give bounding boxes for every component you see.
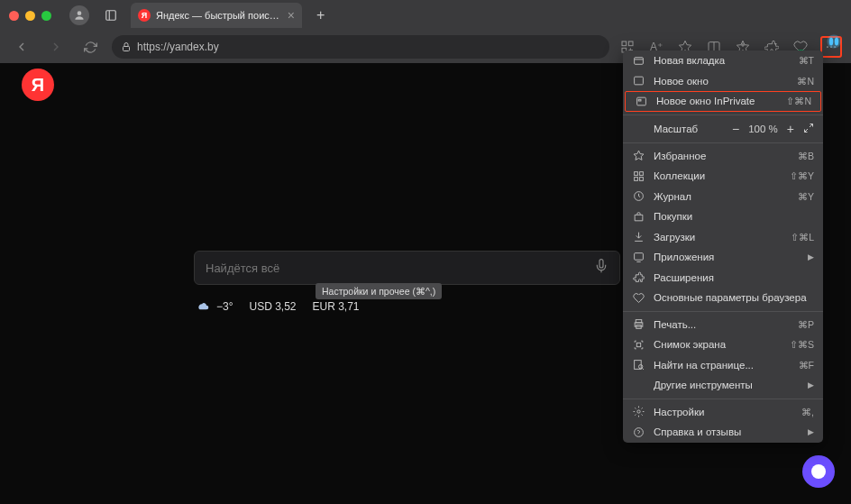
tab-close-icon[interactable]: × xyxy=(288,8,295,23)
svg-marker-25 xyxy=(634,151,644,160)
svg-point-0 xyxy=(78,11,82,15)
tab-favicon: Я xyxy=(138,9,151,22)
menu-new-window[interactable]: Новое окно ⌘N xyxy=(623,71,823,92)
gear-icon xyxy=(632,406,645,417)
svg-rect-4 xyxy=(622,41,627,46)
menu-shopping[interactable]: Покупки xyxy=(623,206,823,227)
svg-rect-22 xyxy=(638,99,641,101)
maximize-window[interactable] xyxy=(41,11,51,21)
svg-rect-1 xyxy=(106,11,116,21)
menu-separator xyxy=(623,399,823,399)
lock-icon xyxy=(121,41,132,52)
menu-downloads[interactable]: Загрузки ⇧⌘L xyxy=(623,227,823,248)
find-icon xyxy=(632,359,645,371)
menu-separator xyxy=(623,142,823,143)
fullscreen-button[interactable] xyxy=(803,122,814,136)
svg-rect-18 xyxy=(634,57,643,64)
titlebar: Я Яндекс — быстрый поиск в и × + xyxy=(0,0,851,31)
forward-button[interactable] xyxy=(43,34,69,60)
temperature: −3° xyxy=(216,300,233,313)
menu-print[interactable]: Печать... ⌘P xyxy=(623,315,823,335)
heart-icon xyxy=(632,292,645,304)
svg-rect-29 xyxy=(639,177,643,180)
menu-collections[interactable]: Коллекции ⇧⌘Y xyxy=(623,166,823,187)
menu-screenshot[interactable]: Снимок экрана ⇧⌘S xyxy=(623,334,823,355)
url-field[interactable]: https://yandex.by xyxy=(112,35,609,59)
tab-title: Яндекс — быстрый поиск в и xyxy=(156,10,282,21)
svg-rect-36 xyxy=(636,343,640,346)
browser-menu: Новая вкладка ⌘T Новое окно ⌘N Новое окн… xyxy=(623,50,823,443)
minimize-window[interactable] xyxy=(25,11,35,21)
svg-rect-20 xyxy=(634,77,643,85)
menu-new-inprivate[interactable]: Новое окно InPrivate ⇧⌘N xyxy=(625,91,821,112)
new-tab-icon xyxy=(632,55,645,67)
menu-find[interactable]: Найти на странице... ⌘F xyxy=(623,355,823,376)
help-icon xyxy=(632,426,645,438)
new-tab-button[interactable]: + xyxy=(316,7,325,23)
svg-rect-5 xyxy=(628,41,633,46)
tab-actions-icon[interactable] xyxy=(100,5,122,26)
search-input[interactable] xyxy=(206,261,594,275)
yandex-logo[interactable]: Я xyxy=(22,69,54,101)
close-window[interactable] xyxy=(9,11,19,21)
tooltip: Настройки и прочее (⌘^,) xyxy=(316,283,442,299)
svg-line-23 xyxy=(810,124,813,127)
back-button[interactable] xyxy=(9,34,34,60)
svg-rect-28 xyxy=(634,177,637,180)
puzzle-icon xyxy=(632,271,645,283)
svg-point-38 xyxy=(638,365,642,369)
menu-separator xyxy=(623,115,823,115)
chevron-right-icon: ▶ xyxy=(808,252,814,261)
chevron-right-icon: ▶ xyxy=(808,380,814,389)
chevron-right-icon: ▶ xyxy=(808,427,814,436)
zoom-out-button[interactable]: − xyxy=(732,122,739,136)
info-row: −3° USD 3,52 EUR 3,71 xyxy=(194,299,620,314)
search-area: −3° USD 3,52 EUR 3,71 xyxy=(194,251,620,314)
alice-icon xyxy=(811,464,826,479)
zoom-value: 100 % xyxy=(748,124,778,134)
menu-extensions[interactable]: Расширения xyxy=(623,268,823,289)
svg-point-41 xyxy=(634,427,643,436)
eur-rate[interactable]: EUR 3,71 xyxy=(313,300,360,313)
star-icon xyxy=(632,150,645,161)
menu-settings[interactable]: Настройки ⌘, xyxy=(623,402,823,423)
menu-more-tools[interactable]: Другие инструменты ▶ xyxy=(623,375,823,396)
svg-rect-26 xyxy=(634,171,637,175)
svg-point-40 xyxy=(636,410,639,413)
menu-zoom: Масштаб − 100 % + xyxy=(623,118,823,140)
svg-line-24 xyxy=(805,129,809,133)
shopping-icon xyxy=(632,211,645,223)
history-icon xyxy=(632,190,645,202)
svg-rect-21 xyxy=(636,97,645,105)
profile-avatar[interactable] xyxy=(69,5,89,25)
menu-separator xyxy=(623,311,823,312)
usd-rate[interactable]: USD 3,52 xyxy=(249,300,296,313)
zoom-in-button[interactable]: + xyxy=(787,122,794,136)
cloud-icon xyxy=(194,299,212,314)
search-box[interactable] xyxy=(194,251,620,285)
copilot-icon[interactable] xyxy=(824,32,844,51)
download-icon xyxy=(632,231,645,243)
svg-rect-3 xyxy=(124,47,130,51)
svg-line-39 xyxy=(642,369,644,371)
menu-apps[interactable]: Приложения ▶ xyxy=(623,247,823,268)
menu-new-tab[interactable]: Новая вкладка ⌘T xyxy=(623,50,823,71)
browser-tab[interactable]: Я Яндекс — быстрый поиск в и × xyxy=(131,3,302,28)
alice-assistant-button[interactable] xyxy=(802,455,835,488)
inprivate-icon xyxy=(635,96,647,107)
weather-widget[interactable]: −3° xyxy=(194,299,233,314)
svg-rect-31 xyxy=(634,252,643,260)
screenshot-icon xyxy=(632,339,645,351)
menu-history[interactable]: Журнал ⌘Y xyxy=(623,187,823,207)
menu-favorites[interactable]: Избранное ⌘B xyxy=(623,146,823,167)
apps-icon xyxy=(632,252,645,263)
url-text: https://yandex.by xyxy=(137,41,219,53)
traffic-lights xyxy=(9,11,51,21)
new-window-icon xyxy=(632,75,645,87)
menu-browser-essentials[interactable]: Основные параметры браузера xyxy=(623,288,823,308)
mic-icon[interactable] xyxy=(594,259,609,277)
print-icon xyxy=(632,318,645,330)
svg-rect-27 xyxy=(639,171,643,175)
refresh-button[interactable] xyxy=(78,34,103,60)
menu-help[interactable]: Справка и отзывы ▶ xyxy=(623,422,823,443)
